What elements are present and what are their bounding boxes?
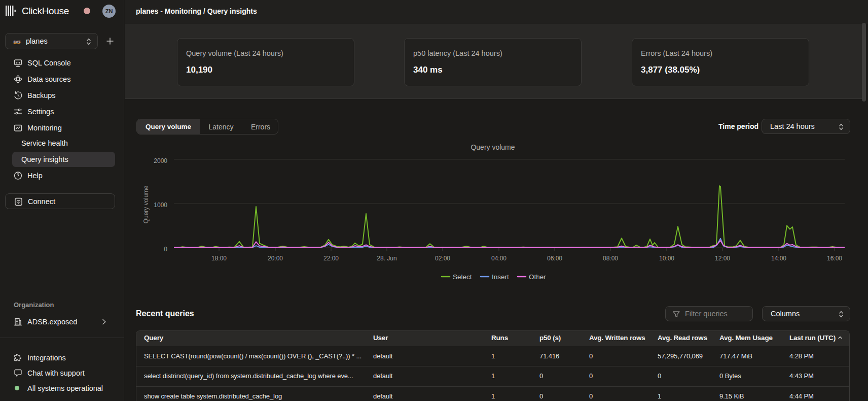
svg-text:10:00: 10:00 xyxy=(659,255,674,262)
svg-text:28. Jun: 28. Jun xyxy=(377,255,396,262)
svg-text:Query volume: Query volume xyxy=(471,143,515,151)
svg-text:Insert: Insert xyxy=(492,273,509,281)
svg-text:20:00: 20:00 xyxy=(268,255,283,262)
svg-text:22:00: 22:00 xyxy=(323,255,339,262)
svg-text:08:00: 08:00 xyxy=(603,255,618,262)
svg-text:2000: 2000 xyxy=(154,157,167,164)
svg-text:1000: 1000 xyxy=(154,202,167,209)
svg-text:Other: Other xyxy=(529,273,546,281)
svg-text:02:00: 02:00 xyxy=(435,255,450,262)
svg-text:Query volume: Query volume xyxy=(142,185,150,223)
svg-text:16:00: 16:00 xyxy=(827,255,842,262)
svg-text:18:00: 18:00 xyxy=(211,255,227,262)
svg-text:04:00: 04:00 xyxy=(491,255,507,262)
svg-text:12:00: 12:00 xyxy=(715,255,730,262)
svg-text:Select: Select xyxy=(453,273,472,281)
svg-text:aws: aws xyxy=(14,39,21,44)
svg-text:0: 0 xyxy=(164,246,167,253)
svg-text:14:00: 14:00 xyxy=(771,255,786,262)
svg-text:06:00: 06:00 xyxy=(547,255,562,262)
